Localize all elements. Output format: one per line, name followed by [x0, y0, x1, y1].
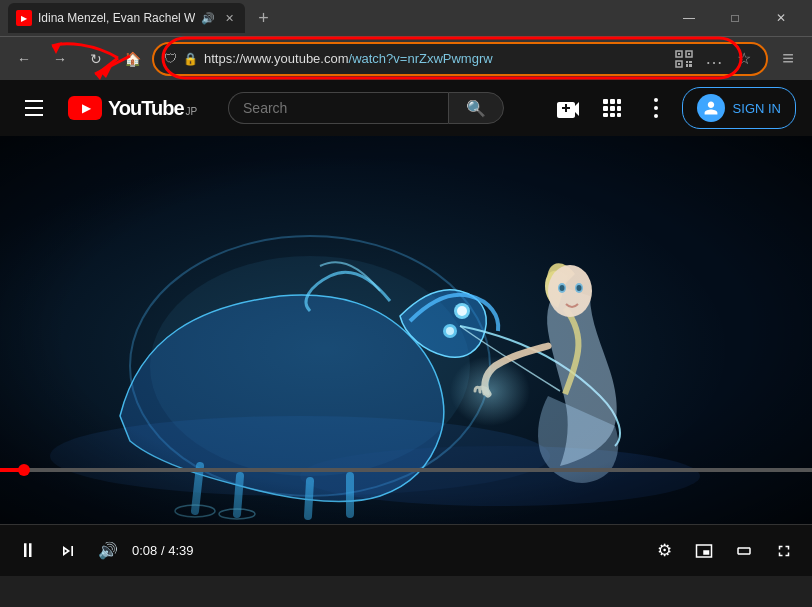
tab-close-button[interactable]: ✕ [221, 10, 237, 26]
lock-icon: 🔒 [183, 52, 198, 66]
url-display: https://www.youtube.com/watch?v=nrZxwPwm… [204, 51, 666, 66]
svg-rect-15 [617, 99, 621, 104]
window-controls: — □ ✕ [666, 0, 804, 36]
shield-icon: 🛡 [164, 51, 177, 66]
video-controls-bar: ⏸ 🔊 0:08 / 4:39 ⚙ [0, 524, 812, 576]
qr-code-button[interactable] [672, 47, 696, 71]
youtube-header: YouTube JP 🔍 [0, 80, 812, 136]
back-button[interactable]: ← [8, 43, 40, 75]
youtube-logo-icon [68, 96, 102, 120]
svg-rect-20 [610, 113, 615, 117]
current-time: 0:08 [132, 543, 157, 558]
volume-button[interactable]: 🔊 [92, 535, 124, 567]
svg-point-22 [654, 98, 658, 102]
svg-rect-8 [686, 64, 688, 67]
minimize-button[interactable]: — [666, 0, 712, 36]
youtube-logo[interactable]: YouTube JP [68, 96, 197, 120]
url-path: /watch?v=nrZxwPwmgrw [349, 51, 493, 66]
svg-rect-16 [603, 106, 608, 111]
video-container [0, 136, 812, 524]
svg-rect-7 [689, 61, 692, 63]
apps-grid-button[interactable] [594, 90, 630, 126]
svg-rect-43 [0, 136, 812, 524]
svg-rect-1 [678, 53, 680, 55]
more-button[interactable]: … [702, 47, 726, 71]
maximize-button[interactable]: □ [712, 0, 758, 36]
refresh-button[interactable]: ↻ [80, 43, 112, 75]
video-scene [0, 136, 812, 524]
new-tab-button[interactable]: + [249, 4, 277, 32]
sign-in-avatar-icon [697, 94, 725, 122]
svg-rect-9 [689, 64, 692, 67]
search-input[interactable] [228, 92, 448, 124]
tab-bar: Idina Menzel, Evan Rachel W 🔊 ✕ + — □ ✕ [0, 0, 812, 36]
svg-rect-21 [617, 113, 621, 117]
fullscreen-button[interactable] [768, 535, 800, 567]
extensions-button[interactable]: ≡ [772, 43, 804, 75]
tab-title: Idina Menzel, Evan Rachel W [38, 11, 195, 25]
next-button[interactable] [52, 535, 84, 567]
sign-in-label: SIGN IN [733, 101, 781, 116]
play-pause-button[interactable]: ⏸ [12, 535, 44, 567]
active-tab[interactable]: Idina Menzel, Evan Rachel W 🔊 ✕ [8, 3, 245, 33]
address-bar-row: ← → ↻ 🏠 🛡 🔒 https://www.youtube.com/watc… [0, 36, 812, 80]
forward-button[interactable]: → [44, 43, 76, 75]
miniplayer-button[interactable] [688, 535, 720, 567]
svg-rect-5 [678, 63, 680, 65]
svg-point-23 [654, 106, 658, 110]
create-video-button[interactable] [550, 90, 586, 126]
hamburger-menu-button[interactable] [16, 90, 52, 126]
svg-rect-18 [617, 106, 621, 111]
theater-mode-button[interactable] [728, 535, 760, 567]
more-options-button[interactable] [638, 90, 674, 126]
youtube-logo-text: YouTube [108, 97, 184, 120]
address-bar[interactable]: 🛡 🔒 https://www.youtube.com/watch?v=nrZx… [152, 42, 768, 76]
settings-button[interactable]: ⚙ [648, 535, 680, 567]
youtube-logo-jp: JP [186, 106, 198, 117]
progress-thumb [18, 464, 30, 476]
search-button[interactable]: 🔍 [448, 92, 504, 124]
progress-bar-container[interactable] [0, 468, 812, 472]
sign-in-button[interactable]: SIGN IN [682, 87, 796, 129]
tab-favicon [16, 10, 32, 26]
svg-rect-19 [603, 113, 608, 117]
svg-rect-6 [686, 61, 688, 63]
header-right-buttons: SIGN IN [550, 87, 796, 129]
time-display: 0:08 / 4:39 [132, 543, 193, 558]
tab-audio-icon: 🔊 [201, 12, 215, 25]
svg-rect-17 [610, 106, 615, 111]
bookmark-button[interactable]: ☆ [732, 47, 756, 71]
svg-rect-3 [688, 53, 690, 55]
browser-window: Idina Menzel, Evan Rachel W 🔊 ✕ + — □ ✕ … [0, 0, 812, 607]
svg-rect-13 [603, 99, 608, 104]
svg-rect-14 [610, 99, 615, 104]
url-base: https://www.youtube.com [204, 51, 349, 66]
total-time: 4:39 [168, 543, 193, 558]
home-button[interactable]: 🏠 [116, 43, 148, 75]
close-button[interactable]: ✕ [758, 0, 804, 36]
svg-point-24 [654, 114, 658, 118]
search-container: 🔍 [228, 92, 504, 124]
